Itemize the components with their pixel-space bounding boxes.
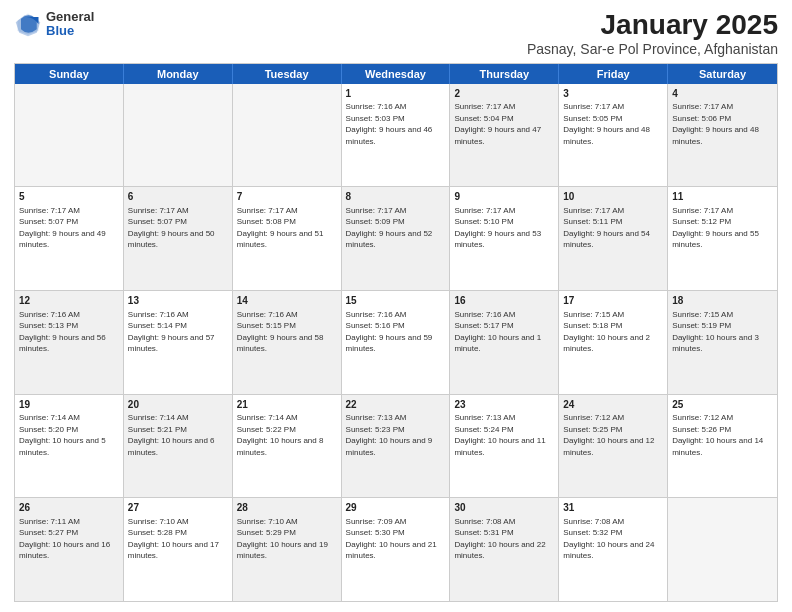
calendar-cell: 20Sunrise: 7:14 AM Sunset: 5:21 PM Dayli… <box>124 395 233 498</box>
calendar: SundayMondayTuesdayWednesdayThursdayFrid… <box>14 63 778 602</box>
calendar-cell: 24Sunrise: 7:12 AM Sunset: 5:25 PM Dayli… <box>559 395 668 498</box>
calendar-cell: 21Sunrise: 7:14 AM Sunset: 5:22 PM Dayli… <box>233 395 342 498</box>
cell-details: Sunrise: 7:15 AM Sunset: 5:18 PM Dayligh… <box>563 310 650 353</box>
day-number: 27 <box>128 501 228 515</box>
calendar-cell: 9Sunrise: 7:17 AM Sunset: 5:10 PM Daylig… <box>450 187 559 290</box>
day-number: 3 <box>563 87 663 101</box>
day-number: 5 <box>19 190 119 204</box>
calendar-week: 5Sunrise: 7:17 AM Sunset: 5:07 PM Daylig… <box>15 187 777 291</box>
cell-details: Sunrise: 7:10 AM Sunset: 5:29 PM Dayligh… <box>237 517 328 560</box>
calendar-cell: 14Sunrise: 7:16 AM Sunset: 5:15 PM Dayli… <box>233 291 342 394</box>
day-number: 7 <box>237 190 337 204</box>
cell-details: Sunrise: 7:13 AM Sunset: 5:23 PM Dayligh… <box>346 413 433 456</box>
day-number: 4 <box>672 87 773 101</box>
cell-details: Sunrise: 7:17 AM Sunset: 5:12 PM Dayligh… <box>672 206 759 249</box>
calendar-cell <box>124 84 233 187</box>
day-number: 29 <box>346 501 446 515</box>
title-block: January 2025 Pasnay, Sar-e Pol Province,… <box>527 10 778 57</box>
calendar-cell: 6Sunrise: 7:17 AM Sunset: 5:07 PM Daylig… <box>124 187 233 290</box>
page-title: January 2025 <box>527 10 778 41</box>
calendar-cell: 22Sunrise: 7:13 AM Sunset: 5:23 PM Dayli… <box>342 395 451 498</box>
calendar-cell: 31Sunrise: 7:08 AM Sunset: 5:32 PM Dayli… <box>559 498 668 601</box>
calendar-cell: 17Sunrise: 7:15 AM Sunset: 5:18 PM Dayli… <box>559 291 668 394</box>
cell-details: Sunrise: 7:17 AM Sunset: 5:09 PM Dayligh… <box>346 206 433 249</box>
cell-details: Sunrise: 7:17 AM Sunset: 5:07 PM Dayligh… <box>128 206 215 249</box>
logo-blue-text: Blue <box>46 24 94 38</box>
day-number: 31 <box>563 501 663 515</box>
calendar-body: 1Sunrise: 7:16 AM Sunset: 5:03 PM Daylig… <box>15 84 777 601</box>
day-number: 18 <box>672 294 773 308</box>
cal-header-day: Friday <box>559 64 668 84</box>
calendar-week: 1Sunrise: 7:16 AM Sunset: 5:03 PM Daylig… <box>15 84 777 188</box>
cell-details: Sunrise: 7:14 AM Sunset: 5:22 PM Dayligh… <box>237 413 324 456</box>
day-number: 19 <box>19 398 119 412</box>
day-number: 2 <box>454 87 554 101</box>
cell-details: Sunrise: 7:17 AM Sunset: 5:04 PM Dayligh… <box>454 102 541 145</box>
day-number: 22 <box>346 398 446 412</box>
calendar-cell <box>668 498 777 601</box>
calendar-cell: 18Sunrise: 7:15 AM Sunset: 5:19 PM Dayli… <box>668 291 777 394</box>
cell-details: Sunrise: 7:12 AM Sunset: 5:26 PM Dayligh… <box>672 413 763 456</box>
calendar-cell: 26Sunrise: 7:11 AM Sunset: 5:27 PM Dayli… <box>15 498 124 601</box>
calendar-cell: 25Sunrise: 7:12 AM Sunset: 5:26 PM Dayli… <box>668 395 777 498</box>
day-number: 20 <box>128 398 228 412</box>
calendar-cell: 19Sunrise: 7:14 AM Sunset: 5:20 PM Dayli… <box>15 395 124 498</box>
logo: General Blue <box>14 10 94 39</box>
calendar-cell: 10Sunrise: 7:17 AM Sunset: 5:11 PM Dayli… <box>559 187 668 290</box>
day-number: 24 <box>563 398 663 412</box>
cell-details: Sunrise: 7:16 AM Sunset: 5:13 PM Dayligh… <box>19 310 106 353</box>
calendar-cell: 1Sunrise: 7:16 AM Sunset: 5:03 PM Daylig… <box>342 84 451 187</box>
day-number: 6 <box>128 190 228 204</box>
cell-details: Sunrise: 7:12 AM Sunset: 5:25 PM Dayligh… <box>563 413 654 456</box>
calendar-cell <box>15 84 124 187</box>
cell-details: Sunrise: 7:17 AM Sunset: 5:05 PM Dayligh… <box>563 102 650 145</box>
cell-details: Sunrise: 7:14 AM Sunset: 5:21 PM Dayligh… <box>128 413 215 456</box>
cell-details: Sunrise: 7:08 AM Sunset: 5:31 PM Dayligh… <box>454 517 545 560</box>
day-number: 14 <box>237 294 337 308</box>
calendar-header: SundayMondayTuesdayWednesdayThursdayFrid… <box>15 64 777 84</box>
day-number: 21 <box>237 398 337 412</box>
calendar-cell: 3Sunrise: 7:17 AM Sunset: 5:05 PM Daylig… <box>559 84 668 187</box>
cell-details: Sunrise: 7:17 AM Sunset: 5:08 PM Dayligh… <box>237 206 324 249</box>
day-number: 1 <box>346 87 446 101</box>
logo-general-text: General <box>46 10 94 24</box>
day-number: 8 <box>346 190 446 204</box>
cell-details: Sunrise: 7:08 AM Sunset: 5:32 PM Dayligh… <box>563 517 654 560</box>
cell-details: Sunrise: 7:17 AM Sunset: 5:10 PM Dayligh… <box>454 206 541 249</box>
cell-details: Sunrise: 7:16 AM Sunset: 5:03 PM Dayligh… <box>346 102 433 145</box>
day-number: 12 <box>19 294 119 308</box>
day-number: 26 <box>19 501 119 515</box>
day-number: 9 <box>454 190 554 204</box>
cell-details: Sunrise: 7:13 AM Sunset: 5:24 PM Dayligh… <box>454 413 545 456</box>
calendar-cell: 23Sunrise: 7:13 AM Sunset: 5:24 PM Dayli… <box>450 395 559 498</box>
cell-details: Sunrise: 7:16 AM Sunset: 5:15 PM Dayligh… <box>237 310 324 353</box>
page: General Blue January 2025 Pasnay, Sar-e … <box>0 0 792 612</box>
page-subtitle: Pasnay, Sar-e Pol Province, Afghanistan <box>527 41 778 57</box>
day-number: 16 <box>454 294 554 308</box>
calendar-cell: 27Sunrise: 7:10 AM Sunset: 5:28 PM Dayli… <box>124 498 233 601</box>
calendar-cell: 7Sunrise: 7:17 AM Sunset: 5:08 PM Daylig… <box>233 187 342 290</box>
cell-details: Sunrise: 7:09 AM Sunset: 5:30 PM Dayligh… <box>346 517 437 560</box>
calendar-cell <box>233 84 342 187</box>
day-number: 28 <box>237 501 337 515</box>
cal-header-day: Tuesday <box>233 64 342 84</box>
cell-details: Sunrise: 7:14 AM Sunset: 5:20 PM Dayligh… <box>19 413 106 456</box>
cal-header-day: Sunday <box>15 64 124 84</box>
cell-details: Sunrise: 7:17 AM Sunset: 5:11 PM Dayligh… <box>563 206 650 249</box>
cal-header-day: Saturday <box>668 64 777 84</box>
cell-details: Sunrise: 7:11 AM Sunset: 5:27 PM Dayligh… <box>19 517 110 560</box>
logo-icon <box>14 10 42 38</box>
day-number: 17 <box>563 294 663 308</box>
day-number: 13 <box>128 294 228 308</box>
calendar-cell: 30Sunrise: 7:08 AM Sunset: 5:31 PM Dayli… <box>450 498 559 601</box>
cell-details: Sunrise: 7:17 AM Sunset: 5:07 PM Dayligh… <box>19 206 106 249</box>
calendar-cell: 29Sunrise: 7:09 AM Sunset: 5:30 PM Dayli… <box>342 498 451 601</box>
calendar-week: 19Sunrise: 7:14 AM Sunset: 5:20 PM Dayli… <box>15 395 777 499</box>
cell-details: Sunrise: 7:16 AM Sunset: 5:14 PM Dayligh… <box>128 310 215 353</box>
day-number: 10 <box>563 190 663 204</box>
calendar-cell: 5Sunrise: 7:17 AM Sunset: 5:07 PM Daylig… <box>15 187 124 290</box>
day-number: 23 <box>454 398 554 412</box>
logo-text: General Blue <box>46 10 94 39</box>
day-number: 11 <box>672 190 773 204</box>
cell-details: Sunrise: 7:10 AM Sunset: 5:28 PM Dayligh… <box>128 517 219 560</box>
